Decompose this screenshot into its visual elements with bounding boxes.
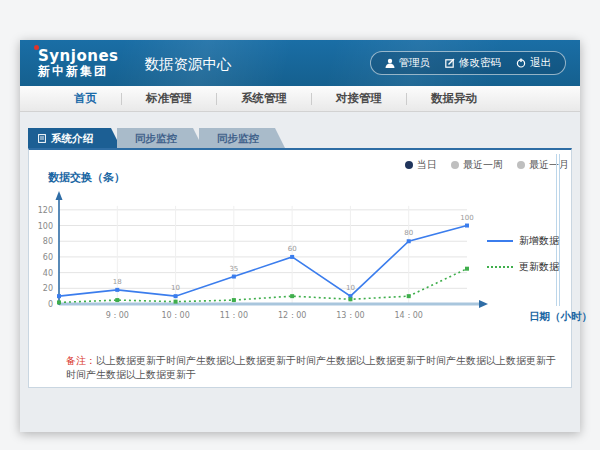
svg-text:100: 100 <box>38 222 53 231</box>
radio-selected-icon <box>405 161 413 169</box>
radio-unselected-icon <box>517 161 525 169</box>
period-filter-group: 当日 最近一周 最近一月 <box>405 158 569 172</box>
tab-sync-monitor-2-label: 同步监控 <box>217 132 259 144</box>
brand-logo[interactable]: Synjones 新中新集团 <box>38 49 119 77</box>
svg-text:80: 80 <box>43 237 53 246</box>
svg-text:35: 35 <box>229 265 238 273</box>
nav-item-system-management[interactable]: 系统管理 <box>217 91 311 106</box>
svg-text:12：00: 12：00 <box>278 311 306 320</box>
user-menu-change-password[interactable]: 修改密码 <box>445 56 501 70</box>
svg-text:18: 18 <box>113 278 122 286</box>
radio-today-label: 当日 <box>417 158 437 172</box>
user-menu-admin-label: 管理员 <box>399 56 431 70</box>
edit-icon <box>445 58 455 68</box>
svg-text:0: 0 <box>48 300 53 309</box>
footnote: 备注：以上数据更新于时间产生数据以上数据更新于时间产生数据以上数据更新于时间产生… <box>66 354 561 382</box>
logo-asterisk-icon <box>34 45 39 50</box>
main-nav: 首页 标准管理 系统管理 对接管理 数据异动 <box>20 86 580 112</box>
legend-item-new-data[interactable]: 新增数据 <box>487 234 559 248</box>
svg-text:40: 40 <box>43 269 53 278</box>
user-menu: 管理员 修改密码 退出 <box>370 51 567 75</box>
radio-today[interactable]: 当日 <box>405 158 437 172</box>
radio-last-week-label: 最近一周 <box>463 158 503 172</box>
legend-new-data-label: 新增数据 <box>519 234 559 248</box>
svg-text:10: 10 <box>171 284 180 292</box>
chart-x-axis-title: 日期（小时） <box>529 310 592 324</box>
svg-text:60: 60 <box>43 253 53 262</box>
nav-item-standard-management[interactable]: 标准管理 <box>122 91 216 106</box>
app-header: Synjones 新中新集团 数据资源中心 管理员 修改密码 退出 <box>20 40 580 86</box>
user-menu-admin[interactable]: 管理员 <box>385 56 431 70</box>
page-title: 数据资源中心 <box>145 52 232 74</box>
legend-update-data-label: 更新数据 <box>519 260 559 274</box>
svg-text:120: 120 <box>38 206 53 215</box>
line-chart: 9：0010：0011：0012：0013：0014：0002040608010… <box>31 186 501 356</box>
panel-vertical-divider <box>556 154 560 306</box>
tab-sync-monitor-1-label: 同步监控 <box>135 132 177 144</box>
svg-text:100: 100 <box>460 214 473 222</box>
tab-content: 当日 最近一周 最近一月 数据交换（条） 9：0010：0011：0012：00… <box>28 148 572 388</box>
legend-dotted-line-icon <box>487 266 513 268</box>
radio-last-month[interactable]: 最近一月 <box>517 158 569 172</box>
tab-sync-monitor-1[interactable]: 同步监控 <box>117 128 203 148</box>
user-menu-logout[interactable]: 退出 <box>516 56 551 70</box>
svg-text:9：00: 9：00 <box>106 311 129 320</box>
user-icon <box>385 58 395 68</box>
legend-item-update-data[interactable]: 更新数据 <box>487 260 559 274</box>
svg-text:13：00: 13：00 <box>336 311 364 320</box>
svg-text:10：00: 10：00 <box>161 311 189 320</box>
tab-system-intro-label: 系统介绍 <box>51 128 93 148</box>
tab-system-intro[interactable]: 系统介绍 <box>28 128 121 148</box>
nav-item-interface-management[interactable]: 对接管理 <box>312 91 406 106</box>
desktop-background: Synjones 新中新集团 数据资源中心 管理员 修改密码 退出 <box>0 0 600 450</box>
svg-text:80: 80 <box>404 229 413 237</box>
nav-item-home[interactable]: 首页 <box>50 91 121 106</box>
document-icon <box>38 134 46 143</box>
tab-sync-monitor-2[interactable]: 同步监控 <box>199 128 285 148</box>
content-panel: 系统介绍 同步监控 同步监控 当日 <box>28 128 572 388</box>
app-window: Synjones 新中新集团 数据资源中心 管理员 修改密码 退出 <box>20 40 580 432</box>
logo-text-en: Synjones <box>38 49 119 65</box>
svg-text:20: 20 <box>43 284 53 293</box>
logo-text-cn: 新中新集团 <box>38 65 119 78</box>
user-menu-logout-label: 退出 <box>530 56 551 70</box>
logout-icon <box>516 58 526 68</box>
legend-solid-line-icon <box>487 240 513 242</box>
tab-bar: 系统介绍 同步监控 同步监控 <box>28 128 572 148</box>
chart-y-axis-title: 数据交换（条） <box>48 170 125 185</box>
svg-text:14：00: 14：00 <box>395 311 423 320</box>
radio-unselected-icon <box>451 161 459 169</box>
svg-text:60: 60 <box>288 245 297 253</box>
chart-legend: 新增数据 更新数据 <box>487 234 559 274</box>
radio-last-month-label: 最近一月 <box>529 158 569 172</box>
footnote-prefix: 备注： <box>66 355 96 366</box>
svg-text:10: 10 <box>346 284 355 292</box>
nav-item-data-change[interactable]: 数据异动 <box>407 91 501 106</box>
user-menu-change-password-label: 修改密码 <box>459 56 501 70</box>
radio-last-week[interactable]: 最近一周 <box>451 158 503 172</box>
svg-text:11：00: 11：00 <box>220 311 248 320</box>
footnote-text: 以上数据更新于时间产生数据以上数据更新于时间产生数据以上数据更新于时间产生数据以… <box>66 355 556 380</box>
